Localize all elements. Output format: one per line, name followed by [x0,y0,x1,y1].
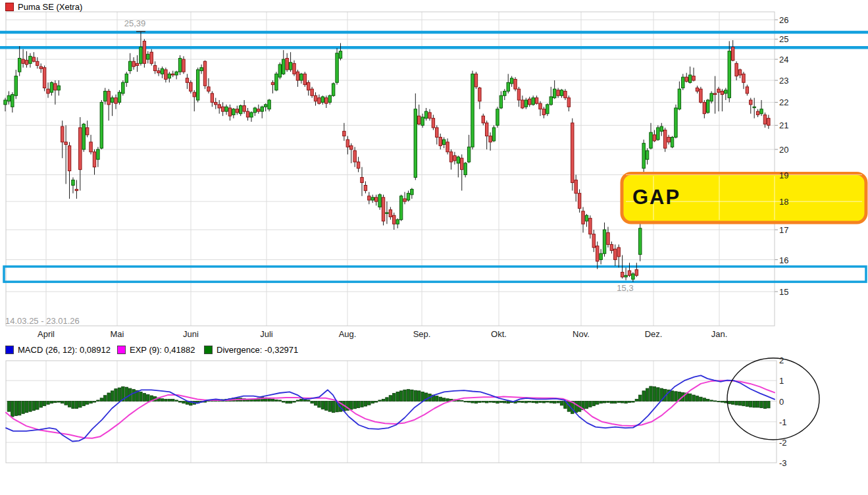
macd-axis-label: 0 [779,396,784,406]
candle [682,77,684,88]
candle [753,107,755,107]
candle [492,128,495,141]
price-axis-label: 15 [779,287,788,297]
divergence-bar [499,402,502,403]
divergence-bar [760,402,763,408]
candle [332,84,334,95]
candle [296,72,299,80]
candle [671,137,673,147]
divergence-bar [178,402,181,403]
candle [346,140,349,147]
candle [207,87,210,91]
candle [143,41,145,63]
candle [86,128,88,135]
candle [731,47,734,61]
candle [521,100,524,108]
candle [564,91,567,98]
x-axis-label: Juli [260,329,273,339]
candle [118,92,120,102]
legend-item-divergence: Divergence: -0,32971 [204,345,298,355]
divergence-bar [489,402,492,403]
candle [535,98,538,104]
price-axis-label: 26 [779,15,788,25]
candle [29,56,32,63]
divergence-bar [482,402,484,403]
candle [278,65,281,77]
candle [600,253,602,259]
candle [482,116,484,123]
candle [257,109,260,111]
divergence-bar [617,402,620,403]
candle [250,113,253,117]
candle [382,197,384,221]
candle [282,59,285,74]
divergence-bar [268,399,270,402]
divergence-bar [332,402,334,413]
candle [125,74,128,82]
divergence-bar [411,390,413,401]
divergence-bar [300,399,303,401]
divergence-bar [43,402,45,406]
candle [374,197,377,201]
divergence-bar [603,402,605,404]
candle [161,68,163,74]
candle [635,270,638,276]
candle [725,90,727,93]
candle [735,63,738,76]
divergence-bar [700,397,702,401]
divergence-bar [289,402,292,404]
candle [122,82,124,93]
macd-panel-canvas[interactable] [0,342,868,495]
divergence-bar [36,402,39,410]
price-axis-label: 25 [779,34,788,44]
x-axis-label: Okt. [491,329,507,339]
candle [200,68,203,71]
candle [11,95,14,107]
candle [186,78,188,83]
candle [678,89,680,109]
x-axis-label: Nov. [573,329,590,339]
divergence-bar [282,402,285,403]
candle [286,59,288,70]
divergence-bar [278,400,281,402]
candle [557,90,559,95]
candle [418,116,421,124]
candle [89,142,92,152]
divergence-bar [542,402,545,404]
candle [467,147,470,162]
candle [97,149,99,159]
divergence-bar [175,400,178,402]
price-axis-label: 16 [779,255,788,265]
divergence-bar [517,402,520,403]
candle [107,91,110,105]
candle [461,158,463,169]
candle [507,82,509,91]
candle [703,102,705,113]
series-marker-icon [5,3,14,11]
divergence-bar [635,399,638,401]
candle [150,52,153,63]
price-chart-canvas[interactable] [0,0,868,342]
candle [325,98,328,104]
candle [696,88,698,91]
divergence-bar [403,390,406,401]
gap-annotation-label[interactable]: GAP [632,186,680,209]
candle [442,140,445,144]
candle [68,145,70,170]
divergence-bar [382,399,384,401]
candle [14,76,17,96]
divergence-bar [507,402,509,404]
divergence-bar [632,402,634,403]
price-axis-label: 22 [779,97,788,107]
candle [621,273,623,277]
candle [625,275,627,276]
candle [446,142,449,152]
candle [414,109,417,178]
candle [585,215,588,221]
divergence-bar [692,395,695,401]
macd-axis-label: -3 [779,458,787,468]
divergence-bar [22,402,24,414]
candle [246,111,249,117]
divergence-bar [7,402,10,412]
candle [289,63,292,70]
